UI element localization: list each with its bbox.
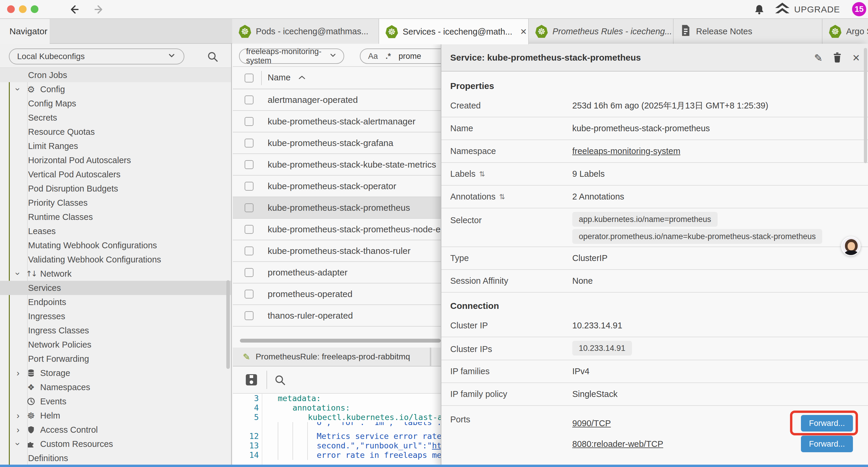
- chevron-right-icon[interactable]: ›: [14, 426, 22, 434]
- table-search-input[interactable]: Aa .* prome: [360, 49, 441, 64]
- editor-search-icon[interactable]: [274, 374, 286, 387]
- table-row-prometheus-operated[interactable]: prometheus-operated: [233, 284, 441, 305]
- tab-services-icecheng-math[interactable]: ☸Services - icecheng@math...✕: [379, 19, 529, 44]
- kubeconfig-selector[interactable]: Local Kubeconfigs: [9, 49, 184, 64]
- forward-button-8080-reloader-web-tcp[interactable]: Forward...: [801, 436, 853, 452]
- sidebar-item-storage[interactable]: ›Storage: [0, 366, 232, 380]
- sidebar-item-vertical-pod-autoscalers[interactable]: Vertical Pod Autoscalers: [0, 167, 232, 181]
- sidebar-item-services[interactable]: Services: [0, 281, 232, 295]
- sidebar-item-config[interactable]: ›⚙Config: [0, 82, 232, 96]
- row-checkbox[interactable]: [245, 160, 253, 169]
- sidebar-item-namespaces[interactable]: ❖Namespaces: [0, 380, 232, 394]
- code-segment: kubectl.kubernetes.io/last-applied-con: [308, 413, 441, 422]
- sidebar-search-icon[interactable]: [206, 50, 219, 63]
- table-row-kube-prometheus-stack-grafana[interactable]: kube-prometheus-stack-grafana: [233, 133, 441, 154]
- row-checkbox[interactable]: [245, 311, 253, 320]
- table-row-thanos-ruler-operated[interactable]: thanos-ruler-operated: [233, 305, 441, 327]
- traffic-zoom-button[interactable]: [31, 5, 38, 13]
- tab-prometheus-rules-icecheng[interactable]: ☸Prometheus Rules - icecheng...: [529, 19, 674, 44]
- sidebar-item-cron-jobs[interactable]: Cron Jobs: [0, 68, 232, 82]
- sort-toggle-icon[interactable]: ⇅: [479, 170, 485, 178]
- sidebar-item-mutating-webhook-configurations[interactable]: Mutating Webhook Configurations: [0, 238, 232, 253]
- navigator-panel-tab[interactable]: Navigator: [0, 19, 50, 44]
- tab-argo-se[interactable]: ☸Argo Se: [823, 19, 868, 44]
- drawer-scrollbar[interactable]: [864, 48, 867, 163]
- regex-toggle[interactable]: .*: [385, 52, 391, 61]
- code-text: annotations:: [292, 403, 350, 413]
- yaml-editor[interactable]: 3metadata:4annotations:5kubectl.kubernet…: [233, 394, 441, 465]
- sidebar-item-ingresses[interactable]: Ingresses: [0, 309, 232, 323]
- row-checkbox[interactable]: [245, 95, 253, 104]
- traffic-minimize-button[interactable]: [19, 5, 27, 13]
- sidebar-item-events[interactable]: Events: [0, 394, 232, 408]
- table-row-kube-prometheus-stack-prometheus-node-expor[interactable]: kube-prometheus-stack-prometheus-node-ex…: [233, 219, 441, 240]
- user-avatar[interactable]: [841, 236, 861, 256]
- row-checkbox[interactable]: [245, 117, 253, 126]
- traffic-close-button[interactable]: [7, 5, 15, 13]
- sidebar-item-pod-disruption-budgets[interactable]: Pod Disruption Budgets: [0, 181, 232, 196]
- sidebar-item-endpoints[interactable]: Endpoints: [0, 295, 232, 309]
- table-row-kube-prometheus-stack-alertmanager[interactable]: kube-prometheus-stack-alertmanager: [233, 111, 441, 133]
- row-checkbox[interactable]: [245, 139, 253, 147]
- sidebar-item-access-control[interactable]: ›Access Control: [0, 423, 232, 437]
- port-link-9090-tcp[interactable]: 9090/TCP: [572, 418, 611, 428]
- sidebar-item-limit-ranges[interactable]: Limit Ranges: [0, 139, 232, 153]
- notification-count-badge[interactable]: 15: [852, 2, 866, 16]
- tab-release-notes[interactable]: Release Notes: [674, 19, 823, 44]
- select-all-checkbox[interactable]: [245, 74, 253, 83]
- sidebar-item-leases[interactable]: Leases: [0, 224, 232, 238]
- chevron-down-icon[interactable]: ›: [14, 440, 22, 448]
- table-row-kube-prometheus-stack-prometheus[interactable]: kube-prometheus-stack-prometheus: [233, 197, 441, 219]
- row-checkbox[interactable]: [245, 225, 253, 234]
- table-row-prometheus-adapter[interactable]: prometheus-adapter: [233, 262, 441, 284]
- name-column-header[interactable]: Name: [268, 73, 306, 83]
- table-row-alertmanager-operated[interactable]: alertmanager-operated: [233, 89, 441, 111]
- horizontal-scrollbar[interactable]: [240, 339, 441, 343]
- namespace-link[interactable]: freeleaps-monitoring-system: [572, 146, 680, 156]
- row-checkbox[interactable]: [245, 290, 253, 298]
- table-row-kube-prometheus-stack-thanos-ruler[interactable]: kube-prometheus-stack-thanos-ruler: [233, 240, 441, 262]
- editor-tab-partial[interactable]: ✎: [432, 348, 441, 366]
- delete-trash-icon[interactable]: [831, 51, 844, 64]
- sidebar-item-runtime-classes[interactable]: Runtime Classes: [0, 210, 232, 224]
- chevron-down-icon[interactable]: ›: [14, 85, 22, 93]
- chevron-right-icon[interactable]: ›: [14, 412, 22, 419]
- edit-pencil-icon[interactable]: ✎: [812, 52, 825, 64]
- sidebar-item-secrets[interactable]: Secrets: [0, 111, 232, 125]
- row-checkbox[interactable]: [245, 246, 253, 255]
- forward-button[interactable]: [94, 4, 106, 16]
- sidebar-item-definitions[interactable]: Definitions: [0, 451, 232, 465]
- close-icon[interactable]: ✕: [520, 27, 527, 37]
- sidebar-item-priority-classes[interactable]: Priority Classes: [0, 196, 232, 210]
- sort-toggle-icon[interactable]: ⇅: [499, 193, 505, 201]
- chevron-down-icon[interactable]: ›: [14, 270, 22, 278]
- chevron-right-icon[interactable]: ›: [14, 369, 22, 377]
- tab-pods-icecheng-mathmas[interactable]: ☸Pods - icecheng@mathmas...: [232, 19, 379, 44]
- sidebar-item-custom-resources[interactable]: ›Custom Resources: [0, 437, 232, 451]
- sidebar-item-network-policies[interactable]: Network Policies: [0, 338, 232, 352]
- match-case-toggle[interactable]: Aa: [368, 52, 378, 61]
- sidebar-item-horizontal-pod-autoscalers[interactable]: Horizontal Pod Autoscalers: [0, 153, 232, 167]
- sidebar-scrollbar[interactable]: [226, 280, 230, 369]
- sidebar-item-resource-quotas[interactable]: Resource Quotas: [0, 125, 232, 139]
- sidebar-item-port-forwarding[interactable]: Port Forwarding: [0, 352, 232, 366]
- row-checkbox[interactable]: [245, 182, 253, 191]
- table-row-kube-prometheus-stack-operator[interactable]: kube-prometheus-stack-operator: [233, 176, 441, 197]
- namespace-selector[interactable]: freeleaps-monitoring-system: [239, 49, 344, 64]
- sidebar-item-config-maps[interactable]: Config Maps: [0, 96, 232, 111]
- row-checkbox[interactable]: [245, 203, 253, 212]
- sidebar-item-network[interactable]: ›↑↓Network: [0, 267, 232, 281]
- detail-row-annotations: Annotations⇅2 Annotations: [441, 185, 868, 208]
- editor-tab-prometheusrule-freeleaps-prod-rabbitmq[interactable]: ✎PrometheusRule: freeleaps-prod-rabbitmq: [233, 348, 431, 366]
- port-link-8080-reloader-web-tcp[interactable]: 8080:reloader-web/TCP: [572, 439, 663, 449]
- table-row-kube-prometheus-stack-kube-state-metrics[interactable]: kube-prometheus-stack-kube-state-metrics: [233, 154, 441, 176]
- upgrade-button[interactable]: UPGRADE: [775, 3, 840, 16]
- sidebar-item-validating-webhook-configurations[interactable]: Validating Webhook Configurations: [0, 253, 232, 267]
- notifications-bell-icon[interactable]: [753, 4, 765, 16]
- row-checkbox[interactable]: [245, 268, 253, 277]
- close-icon[interactable]: ✕: [850, 52, 863, 64]
- sidebar-item-helm[interactable]: ›☸Helm: [0, 408, 232, 423]
- save-icon[interactable]: [245, 373, 258, 387]
- back-button[interactable]: [67, 4, 79, 16]
- sidebar-item-ingress-classes[interactable]: Ingress Classes: [0, 323, 232, 338]
